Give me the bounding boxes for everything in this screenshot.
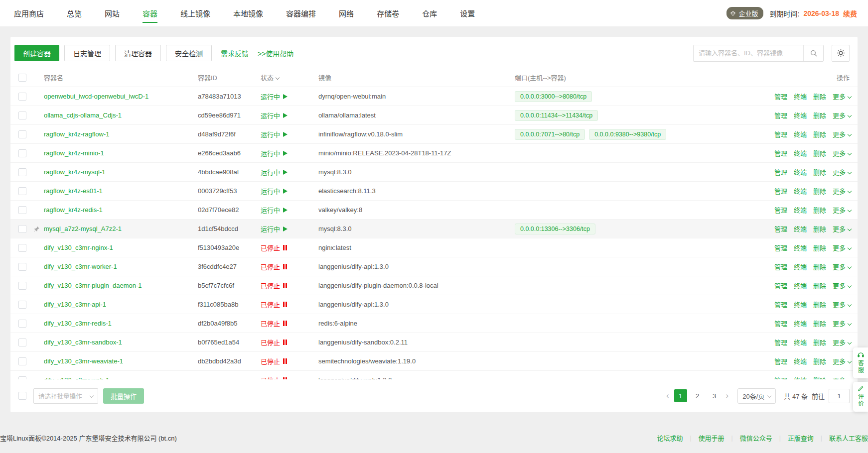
delete-link[interactable]: 删除 xyxy=(813,262,826,271)
delete-link[interactable]: 删除 xyxy=(813,205,826,215)
more-link[interactable]: 更多 xyxy=(833,356,851,366)
footer-link-4[interactable]: 正版查询 xyxy=(788,433,814,443)
status-badge[interactable]: 运行中 xyxy=(261,205,288,215)
batch-action-select[interactable]: 请选择批量操作 xyxy=(33,388,98,404)
terminal-link[interactable]: 终端 xyxy=(794,92,807,101)
manage-link[interactable]: 管理 xyxy=(774,300,787,309)
manage-link[interactable]: 管理 xyxy=(774,111,787,120)
terminal-link[interactable]: 终端 xyxy=(794,224,807,233)
container-name-link[interactable]: dify_v130_c3mr-plugin_daemon-1 xyxy=(44,282,142,289)
terminal-link[interactable]: 终端 xyxy=(794,148,807,158)
container-name-link[interactable]: ragflow_kr4z-minio-1 xyxy=(44,149,104,157)
more-link[interactable]: 更多 xyxy=(833,262,851,271)
more-link[interactable]: 更多 xyxy=(833,111,851,120)
row-checkbox[interactable] xyxy=(18,320,26,328)
row-checkbox[interactable] xyxy=(18,130,26,138)
status-badge[interactable]: 已停止 xyxy=(261,300,287,309)
batch-select-all-checkbox[interactable] xyxy=(18,392,26,400)
log-management-button[interactable]: 日志管理 xyxy=(64,45,110,61)
more-link[interactable]: 更多 xyxy=(833,300,851,309)
manage-link[interactable]: 管理 xyxy=(774,148,787,158)
terminal-link[interactable]: 终端 xyxy=(794,129,807,139)
container-name-link[interactable]: ragflow_kr4z-ragflow-1 xyxy=(44,130,110,138)
feedback-link[interactable]: 需求反馈 xyxy=(221,48,249,58)
page-button-3[interactable]: 3 xyxy=(708,389,721,402)
delete-link[interactable]: 删除 xyxy=(813,375,826,379)
row-checkbox[interactable] xyxy=(18,149,26,157)
container-name-link[interactable]: ragflow_kr4z-mysql-1 xyxy=(44,168,106,176)
page-button-2[interactable]: 2 xyxy=(691,389,704,402)
manage-link[interactable]: 管理 xyxy=(774,356,787,366)
terminal-link[interactable]: 终端 xyxy=(794,375,807,379)
delete-link[interactable]: 删除 xyxy=(813,186,826,196)
delete-link[interactable]: 删除 xyxy=(813,111,826,120)
manage-link[interactable]: 管理 xyxy=(774,338,787,347)
row-checkbox[interactable] xyxy=(18,263,26,271)
page-size-select[interactable]: 20条/页 xyxy=(737,388,776,404)
manage-link[interactable]: 管理 xyxy=(774,205,787,215)
more-link[interactable]: 更多 xyxy=(833,148,851,158)
container-name-link[interactable]: dify_v130_c3mr-api-1 xyxy=(44,301,106,308)
more-link[interactable]: 更多 xyxy=(833,243,851,252)
row-checkbox[interactable] xyxy=(18,339,26,346)
footer-link-5[interactable]: 联系人工客服 xyxy=(829,433,868,443)
status-badge[interactable]: 运行中 xyxy=(261,111,288,120)
nav-tab-6[interactable]: 本地镜像 xyxy=(233,0,263,26)
delete-link[interactable]: 删除 xyxy=(813,129,826,139)
more-link[interactable]: 更多 xyxy=(833,319,851,328)
search-button[interactable] xyxy=(803,45,823,61)
status-badge[interactable]: 已停止 xyxy=(261,262,287,271)
terminal-link[interactable]: 终端 xyxy=(794,167,807,177)
delete-link[interactable]: 删除 xyxy=(813,92,826,101)
container-name-link[interactable]: ragflow_kr4z-es01-1 xyxy=(44,187,103,195)
more-link[interactable]: 更多 xyxy=(833,205,851,215)
customer-service-widget[interactable]: 客服 xyxy=(853,347,868,378)
page-button-1[interactable]: 1 xyxy=(674,389,687,402)
delete-link[interactable]: 删除 xyxy=(813,281,826,290)
status-badge[interactable]: 运行中 xyxy=(261,186,288,196)
security-check-button[interactable]: 安全检测 xyxy=(166,45,212,61)
status-badge[interactable]: 运行中 xyxy=(261,92,288,101)
container-name-link[interactable]: dify_v130_c3mr-redis-1 xyxy=(44,320,112,327)
delete-link[interactable]: 删除 xyxy=(813,148,826,158)
manage-link[interactable]: 管理 xyxy=(774,167,787,177)
column-header-status[interactable]: 状态 xyxy=(261,73,318,82)
terminal-link[interactable]: 终端 xyxy=(794,300,807,309)
manage-link[interactable]: 管理 xyxy=(774,281,787,290)
terminal-link[interactable]: 终端 xyxy=(794,356,807,366)
nav-tab-4[interactable]: 容器 xyxy=(143,0,157,26)
review-widget[interactable]: 评价 xyxy=(853,382,868,412)
delete-link[interactable]: 删除 xyxy=(813,319,826,328)
container-name-link[interactable]: openwebui_iwcd-openwebui_iwcD-1 xyxy=(44,93,148,100)
terminal-link[interactable]: 终端 xyxy=(794,205,807,215)
nav-tab-3[interactable]: 网站 xyxy=(105,0,120,26)
container-name-link[interactable]: dify_v130_c3mr-web-1 xyxy=(44,376,110,379)
more-link[interactable]: 更多 xyxy=(833,375,851,379)
prev-page-button[interactable]: ‹ xyxy=(664,391,671,401)
batch-action-button[interactable]: 批量操作 xyxy=(103,388,144,404)
more-link[interactable]: 更多 xyxy=(833,281,851,290)
nav-tab-10[interactable]: 仓库 xyxy=(422,0,437,26)
manage-link[interactable]: 管理 xyxy=(774,262,787,271)
terminal-link[interactable]: 终端 xyxy=(794,281,807,290)
more-link[interactable]: 更多 xyxy=(833,129,851,139)
footer-link-2[interactable]: 使用手册 xyxy=(699,433,724,443)
row-checkbox[interactable] xyxy=(18,112,26,119)
row-checkbox[interactable] xyxy=(18,376,26,379)
more-link[interactable]: 更多 xyxy=(833,338,851,347)
status-badge[interactable]: 运行中 xyxy=(261,167,288,177)
nav-tab-9[interactable]: 存储卷 xyxy=(377,0,399,26)
renew-link[interactable]: 续费 xyxy=(843,8,857,18)
row-checkbox[interactable] xyxy=(18,282,26,290)
manage-link[interactable]: 管理 xyxy=(774,92,787,101)
delete-link[interactable]: 删除 xyxy=(813,300,826,309)
settings-button[interactable] xyxy=(832,45,850,62)
container-name-link[interactable]: dify_v130_c3mr-worker-1 xyxy=(44,263,117,270)
row-checkbox[interactable] xyxy=(18,301,26,309)
terminal-link[interactable]: 终端 xyxy=(794,186,807,196)
container-name-link[interactable]: dify_v130_c3mr-sandbox-1 xyxy=(44,339,122,346)
status-badge[interactable]: 已停止 xyxy=(261,338,287,347)
terminal-link[interactable]: 终端 xyxy=(794,111,807,120)
footer-link-1[interactable]: 论坛求助 xyxy=(657,433,683,443)
container-name-link[interactable]: ragflow_kr4z-redis-1 xyxy=(44,206,103,214)
